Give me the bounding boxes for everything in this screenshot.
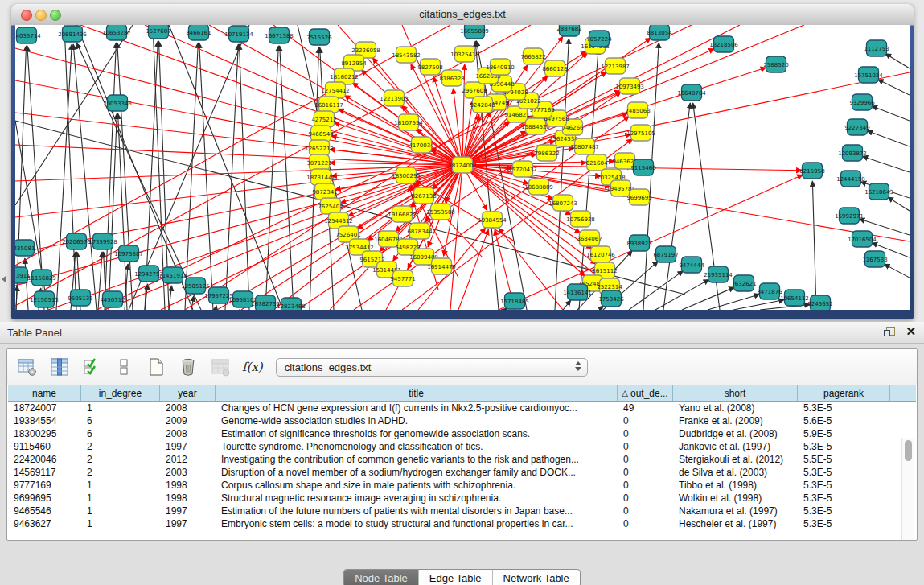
table-cell[interactable]: 5.9E-5	[798, 428, 890, 439]
black-edge[interactable]	[812, 181, 816, 310]
black-edge[interactable]	[663, 103, 690, 310]
table-panel-titlebar[interactable]: Table Panel ✕	[0, 322, 924, 344]
table-cell[interactable]: 9777169	[8, 480, 81, 491]
table-cell[interactable]: 0	[618, 518, 673, 529]
table-cell[interactable]: Changes of HCN gene expression and I(f) …	[216, 402, 618, 414]
table-cell[interactable]: 2009	[160, 415, 216, 426]
table-cell[interactable]: 14569117	[8, 467, 81, 478]
table-cell[interactable]: Wolkin et al. (1998)	[673, 492, 798, 504]
table-cell[interactable]: 9115460	[8, 441, 81, 452]
table-cell[interactable]: Estimation of significance thresholds fo…	[216, 428, 618, 439]
black-edge[interactable]	[555, 39, 569, 310]
clear-selection-icon[interactable]	[113, 356, 134, 377]
table-cell[interactable]: 1	[81, 480, 160, 491]
table-cell[interactable]: 1997	[160, 518, 216, 529]
table-cell[interactable]: 6	[81, 415, 160, 426]
table-cell[interactable]: 2008	[160, 402, 216, 414]
column-header-out_de[interactable]: △out_de...	[618, 385, 673, 401]
table-cell[interactable]: 5.3E-5	[798, 480, 890, 491]
tab-edge-table[interactable]: Edge Table	[418, 570, 492, 585]
float-panel-icon[interactable]	[884, 327, 895, 338]
table-cell[interactable]: 2003	[160, 467, 216, 478]
table-row[interactable]: 946362711997Embryonic stem cells: a mode…	[8, 517, 916, 530]
table-cell[interactable]: Genome-wide association studies in ADHD.	[216, 415, 618, 426]
black-edge[interactable]	[888, 197, 910, 211]
new-column-icon[interactable]	[146, 356, 166, 377]
table-cell[interactable]: Disruption of a novel member of a sodium…	[216, 467, 618, 478]
table-cell[interactable]: 5.3E-5	[798, 518, 890, 529]
black-edge[interactable]	[216, 306, 216, 310]
table-cell[interactable]: 1997	[160, 441, 216, 452]
black-edge[interactable]	[563, 300, 571, 310]
table-cell[interactable]: 49	[618, 402, 673, 414]
black-edge[interactable]	[118, 113, 127, 310]
scrollbar-thumb[interactable]	[905, 440, 912, 461]
table-cell[interactable]: Estimation of the future numbers of pati…	[216, 505, 618, 517]
black-edge[interactable]	[655, 279, 709, 310]
black-edge[interactable]	[708, 295, 760, 310]
table-cell[interactable]: Tibbo et al. (1998)	[673, 480, 798, 491]
function-builder-icon[interactable]: f(x)	[242, 360, 263, 374]
table-row[interactable]: 911546021997Tourette syndrome. Phenomeno…	[8, 440, 916, 453]
table-select-dropdown[interactable]: citations_edges.txt	[276, 358, 588, 377]
table-cell[interactable]: 2	[81, 454, 160, 465]
table-cell[interactable]: Dudbridge et al. (2008)	[673, 428, 798, 439]
table-cell[interactable]: 5.3E-5	[798, 441, 890, 452]
black-edge[interactable]	[73, 44, 97, 310]
table-cell[interactable]: 1997	[160, 505, 216, 517]
table-cell[interactable]: 5.3E-5	[798, 402, 890, 414]
black-edge[interactable]	[225, 44, 238, 310]
table-cell[interactable]: 5.3E-5	[798, 505, 890, 517]
tab-network-table[interactable]: Network Table	[492, 570, 580, 585]
table-cell[interactable]: 18724007	[8, 402, 81, 414]
red-edge[interactable]	[458, 229, 488, 310]
table-cell[interactable]: 0	[618, 454, 673, 465]
table-cell[interactable]: 1998	[160, 480, 216, 491]
table-row[interactable]: 946554611997Estimation of the future num…	[8, 505, 916, 517]
table-cell[interactable]: Yano et al. (2008)	[673, 402, 798, 414]
black-edge[interactable]	[265, 46, 278, 310]
red-edge[interactable]	[15, 25, 450, 266]
table-cell[interactable]: 5.3E-5	[798, 467, 890, 478]
vertical-scrollbar[interactable]	[901, 438, 914, 540]
table-cell[interactable]: 1	[81, 492, 160, 504]
table-row[interactable]: 1830029562008Estimation of significance …	[8, 427, 916, 440]
table-cell[interactable]: Structural magnetic resonance image aver…	[216, 492, 618, 504]
black-edge[interactable]	[629, 271, 683, 310]
delete-column-icon[interactable]	[178, 356, 199, 377]
table-cell[interactable]: 9463627	[8, 518, 81, 529]
black-edge[interactable]	[199, 43, 213, 310]
black-edge[interactable]	[884, 264, 910, 278]
table-cell[interactable]: 9465546	[8, 505, 81, 517]
column-header-short[interactable]: short	[673, 385, 798, 401]
table-cell[interactable]: 0	[618, 441, 673, 452]
table-cell[interactable]: de Silva et al. (2003)	[673, 467, 798, 478]
table-cell[interactable]: 18300295	[8, 428, 81, 439]
table-header-row[interactable]: namein_degreeyeartitle△out_de...shortpag…	[8, 385, 916, 402]
table-cell[interactable]: 0	[618, 467, 673, 478]
table-cell[interactable]: 0	[618, 428, 673, 439]
network-canvas[interactable]: 1872400723226058891295418160212127544121…	[15, 25, 910, 310]
black-edge[interactable]	[862, 156, 910, 172]
table-cell[interactable]: 0	[618, 415, 673, 426]
red-edge[interactable]	[330, 150, 462, 165]
table-row[interactable]: 977716911998Corpus callosum shape and si…	[8, 479, 916, 492]
table-cell[interactable]: 1998	[160, 492, 216, 504]
table-cell[interactable]: 1	[81, 505, 160, 517]
table-cell[interactable]: 22420046	[8, 454, 81, 465]
table-cell[interactable]: 9699695	[8, 492, 81, 504]
window-titlebar[interactable]: citations_edges.txt	[11, 4, 914, 26]
table-cell[interactable]: Franke et al. (2009)	[673, 415, 798, 426]
black-edge[interactable]	[25, 258, 28, 310]
table-cell[interactable]: Tourette syndrome. Phenomenology and cla…	[216, 441, 618, 452]
column-header-title[interactable]: title	[216, 385, 618, 401]
black-edge[interactable]	[878, 80, 910, 95]
table-row[interactable]: 1938455462009Genome-wide association stu…	[8, 414, 916, 427]
table-cell[interactable]: 5.5E-5	[798, 454, 890, 465]
table-cell[interactable]: 5.6E-5	[798, 415, 890, 426]
close-panel-icon[interactable]: ✕	[906, 325, 916, 338]
table-cell[interactable]: 2008	[160, 428, 216, 439]
table-cell[interactable]: Investigating the contribution of common…	[216, 454, 618, 465]
black-edge[interactable]	[872, 106, 910, 121]
table-cell[interactable]: 2	[81, 467, 160, 478]
